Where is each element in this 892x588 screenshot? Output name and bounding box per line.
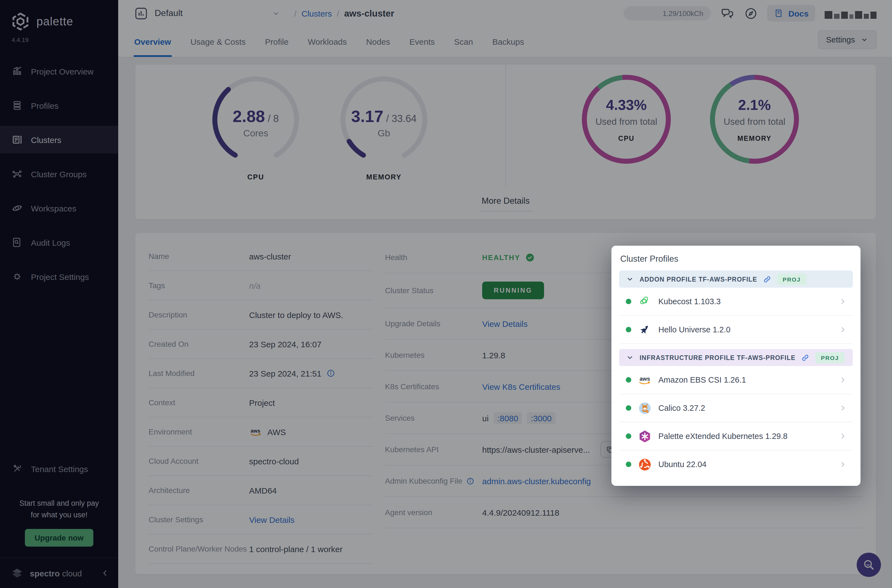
pack-row-kubecost[interactable]: Kubecost 1.103.3 (619, 288, 853, 316)
link-icon[interactable] (763, 274, 772, 284)
svg-text:aws: aws (640, 375, 650, 381)
pack-status-dot (626, 377, 631, 382)
pack-row-ubuntu[interactable]: Ubuntu 22.04 (619, 450, 853, 478)
addon-profile-header[interactable]: ADDON PROFILE TF-AWS-PROFILE PROJ (619, 270, 853, 288)
chevron-down-icon (626, 353, 634, 362)
scope-badge: PROJ (815, 352, 844, 363)
infrastructure-profile-header[interactable]: INFRASTRUCTURE PROFILE TF-AWS-PROFILE PR… (619, 349, 853, 366)
ubuntu-logo-icon (637, 457, 652, 471)
chevron-down-icon (626, 275, 634, 283)
chevron-right-icon (838, 404, 847, 412)
calico-logo-icon (637, 401, 652, 415)
chevron-right-icon (838, 297, 847, 306)
chevron-right-icon (838, 375, 847, 384)
app-window: palette 4.4.19 Project Overview (0, 0, 892, 588)
kubecost-logo-icon (637, 294, 652, 309)
pack-row-amazon-ebs-csi[interactable]: aws Amazon EBS CSI 1.26.1 (619, 366, 853, 394)
pack-row-calico[interactable]: Calico 3.27.2 (619, 394, 853, 422)
link-icon[interactable] (801, 353, 810, 362)
pxk-logo-icon (637, 429, 652, 443)
pack-status-dot (626, 405, 631, 411)
pack-row-hello-universe[interactable]: Hello Universe 1.2.0 (619, 316, 853, 344)
pack-row-palette-extended-kubernetes[interactable]: Palette eXtended Kubernetes 1.29.8 (619, 422, 853, 450)
chevron-right-icon (838, 432, 847, 441)
chevron-right-icon (838, 325, 847, 334)
cluster-profiles-panel: Cluster Profiles ADDON PROFILE TF-AWS-PR… (611, 246, 860, 486)
pack-status-dot (626, 434, 631, 439)
panel-title: Cluster Profiles (620, 254, 852, 264)
scope-badge: PROJ (777, 274, 806, 285)
hello-universe-logo-icon (637, 322, 652, 337)
aws-logo-icon: aws (637, 373, 652, 387)
pack-status-dot (626, 462, 631, 467)
pack-status-dot (626, 327, 631, 332)
pack-status-dot (626, 299, 631, 304)
chevron-right-icon (838, 460, 847, 469)
